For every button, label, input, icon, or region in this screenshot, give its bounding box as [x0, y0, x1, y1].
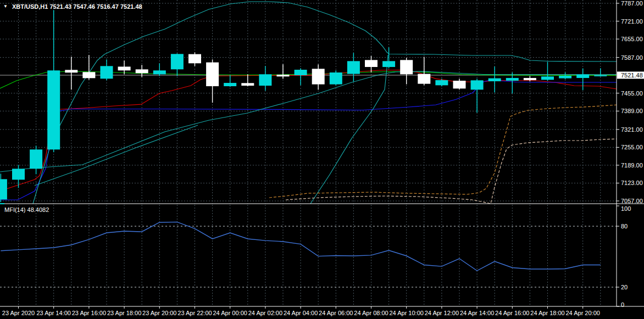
- candle-body: [471, 80, 484, 89]
- candle-body: [101, 66, 113, 79]
- svg-text:24 Apr 14:00: 24 Apr 14:00: [460, 310, 494, 316]
- svg-text:7787.00: 7787.00: [621, 0, 643, 7]
- svg-text:20: 20: [621, 284, 628, 290]
- symbol-ohlc-title: XBT/USD,H1 7521.43 7547.46 7516.47 7521.…: [12, 3, 142, 10]
- candle-body: [295, 70, 307, 75]
- svg-text:24 Apr 06:00: 24 Apr 06:00: [319, 310, 353, 316]
- candle-body: [312, 69, 325, 84]
- candle-body: [488, 79, 501, 81]
- candle-body: [594, 75, 607, 76]
- trading-chart-window: ▼ XBT/USD,H1 7521.43 7547.46 7516.47 752…: [0, 0, 644, 319]
- candle-body: [241, 83, 254, 86]
- svg-text:23 Apr 14:00: 23 Apr 14:00: [37, 310, 71, 316]
- svg-text:24 Apr 16:00: 24 Apr 16:00: [495, 310, 529, 316]
- svg-text:7123.00: 7123.00: [621, 180, 643, 186]
- svg-text:24 Apr 20:00: 24 Apr 20:00: [566, 310, 600, 316]
- svg-text:23 Apr 16:00: 23 Apr 16:00: [72, 310, 106, 316]
- candle-body: [82, 72, 95, 78]
- svg-text:24 Apr 04:00: 24 Apr 04:00: [284, 310, 318, 316]
- candle-body: [12, 169, 25, 180]
- candle-body: [118, 66, 131, 70]
- svg-text:7721.00: 7721.00: [621, 18, 643, 25]
- svg-text:7321.00: 7321.00: [621, 126, 643, 133]
- candle-body: [506, 78, 519, 81]
- chart-canvas[interactable]: 7787.007721.007655.007587.007455.007389.…: [0, 0, 644, 319]
- svg-text:23 Apr 22:00: 23 Apr 22:00: [177, 310, 212, 316]
- candle-body: [541, 76, 554, 80]
- candle-body: [576, 75, 589, 78]
- svg-text:7455.00: 7455.00: [621, 90, 643, 97]
- svg-text:23 Apr 20:00: 23 Apr 20:00: [142, 310, 176, 316]
- candle-body: [382, 61, 395, 67]
- svg-text:24 Apr 10:00: 24 Apr 10:00: [390, 310, 424, 316]
- svg-text:100: 100: [621, 205, 631, 212]
- svg-text:7389.00: 7389.00: [621, 108, 643, 114]
- svg-text:24 Apr 18:00: 24 Apr 18:00: [530, 310, 564, 316]
- candle-body: [188, 54, 201, 64]
- mfi-indicator-label: MFI(14) 48.4082: [4, 206, 49, 213]
- candle-body: [171, 54, 184, 69]
- candle-body: [435, 80, 448, 85]
- svg-text:23 Apr 2020: 23 Apr 2020: [2, 310, 35, 316]
- svg-text:7521.48: 7521.48: [621, 72, 643, 79]
- svg-text:24 Apr 02:00: 24 Apr 02:00: [248, 310, 282, 316]
- candle-body: [418, 74, 430, 84]
- candle-body: [47, 70, 60, 149]
- candle-body: [136, 69, 148, 73]
- candle-body: [65, 70, 77, 72]
- candle-body: [400, 60, 413, 74]
- svg-text:24 Apr 00:00: 24 Apr 00:00: [213, 310, 247, 316]
- candle-body: [559, 76, 571, 79]
- svg-text:7255.00: 7255.00: [621, 144, 643, 150]
- svg-text:7587.00: 7587.00: [621, 54, 643, 61]
- symbol-dropdown-icon[interactable]: ▼: [3, 4, 8, 9]
- candle-body: [277, 75, 290, 76]
- svg-text:0: 0: [621, 301, 624, 308]
- candle-body: [224, 83, 236, 86]
- svg-text:7057.00: 7057.00: [621, 198, 643, 204]
- candle-body: [347, 61, 360, 74]
- candle-body: [453, 81, 466, 88]
- svg-text:7189.00: 7189.00: [621, 162, 643, 169]
- candle-body: [153, 70, 166, 74]
- candle-body: [206, 63, 219, 86]
- svg-text:7655.00: 7655.00: [621, 36, 643, 42]
- candle-body: [524, 78, 536, 80]
- svg-text:80: 80: [621, 223, 628, 230]
- candle-body: [330, 72, 342, 85]
- candle-body: [365, 60, 377, 67]
- svg-text:24 Apr 08:00: 24 Apr 08:00: [354, 310, 388, 316]
- candle-body: [259, 74, 271, 86]
- candle-body: [0, 179, 7, 199]
- svg-text:23 Apr 18:00: 23 Apr 18:00: [107, 310, 141, 316]
- candle-body: [30, 149, 42, 169]
- svg-text:24 Apr 12:00: 24 Apr 12:00: [425, 310, 459, 316]
